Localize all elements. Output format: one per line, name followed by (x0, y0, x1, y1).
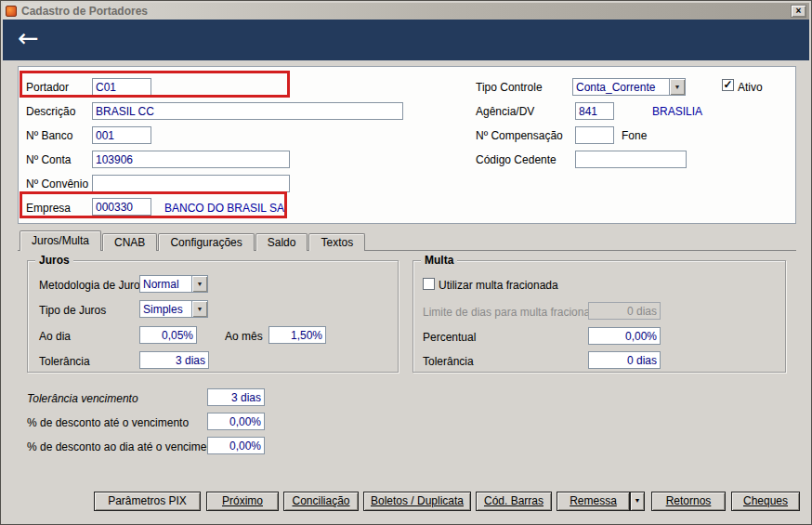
back-button[interactable]: ← (18, 22, 39, 54)
close-button[interactable]: × (791, 5, 806, 18)
ativo-label: Ativo (738, 81, 763, 94)
percentual-label: Percentual (423, 331, 476, 344)
limite-dias-input (588, 302, 661, 320)
app-icon (6, 6, 17, 17)
remessa-button[interactable]: Remessa (557, 492, 630, 511)
retornos-button-label: Retornos (666, 494, 712, 507)
agencia-dv-label: Agência/DV (476, 105, 534, 118)
tolerancia-juros-label: Tolerância (39, 355, 90, 368)
proximo-button-label: Próximo (222, 494, 263, 507)
metodologia-value: Normal (140, 276, 191, 292)
boletos-duplicata-button-label: Boletos / Duplicata (371, 494, 464, 507)
descricao-input[interactable] (92, 102, 403, 120)
tab-label: Configurações (170, 236, 242, 249)
tab-label: Textos (321, 236, 353, 249)
tolerancia-vencimento-label: Tolerância vencimento (27, 392, 138, 405)
portador-input[interactable] (92, 78, 151, 96)
metodologia-label: Metodologia de Juros (39, 279, 146, 292)
boletos-duplicata-button[interactable]: Boletos / Duplicata (363, 492, 471, 511)
tipo-controle-label: Tipo Controle (476, 81, 543, 94)
cheques-button[interactable]: Cheques (731, 492, 800, 511)
cheques-button-label: Cheques (743, 494, 788, 507)
ao-mes-label: Ao mês (225, 330, 263, 343)
n-compensacao-label: Nº Compensação (476, 129, 563, 142)
desconto-ate-vencimento-label: % de desconto até o vencimento (27, 416, 189, 429)
chevron-down-icon[interactable] (191, 276, 207, 292)
retornos-button[interactable]: Retornos (651, 492, 726, 511)
tipo-controle-select[interactable]: Conta_Corrente (572, 78, 686, 96)
tab-cnab[interactable]: CNAB (102, 233, 157, 251)
tab-juros-multa[interactable]: Juros/Multa (20, 230, 101, 251)
n-convenio-label: Nº Convênio (26, 177, 88, 190)
chevron-down-icon[interactable] (191, 301, 207, 317)
tipo-juros-select[interactable]: Simples (139, 300, 208, 318)
header-strip: ← (3, 20, 809, 60)
window-title: Cadastro de Portadores (21, 5, 791, 18)
ao-dia-input[interactable] (139, 326, 197, 344)
tolerancia-multa-input[interactable] (588, 351, 661, 369)
agencia-descricao-text: BRASILIA (652, 105, 702, 118)
ao-dia-label: Ao dia (39, 330, 71, 343)
codigo-cedente-label: Código Cedente (476, 153, 557, 166)
cod-barras-button[interactable]: Cód. Barras (476, 492, 552, 511)
portador-label: Portador (26, 81, 69, 94)
groupbox-juros: Juros Metodologia de Juros Normal Tipo d… (27, 260, 399, 373)
tipo-juros-label: Tipo de Juros (39, 304, 106, 317)
tolerancia-vencimento-input[interactable] (207, 388, 265, 406)
n-banco-label: Nº Banco (26, 129, 72, 142)
cod-barras-button-label: Cód. Barras (484, 494, 544, 507)
groupbox-multa: Multa Utilizar multa fracionada Limite d… (413, 260, 786, 373)
title-bar: Cadastro de Portadores × (3, 3, 809, 20)
tipo-controle-value: Conta_Corrente (573, 79, 669, 95)
agencia-dv-input[interactable] (575, 102, 614, 120)
multa-fracionada-checkbox[interactable] (423, 278, 435, 290)
tab-configuracoes[interactable]: Configurações (158, 233, 254, 251)
tab-label: Saldo (268, 236, 296, 249)
desconto-ao-dia-label: % de desconto ao dia até o vencimento (27, 440, 222, 453)
empresa-descricao-text: BANCO DO BRASIL SA (164, 202, 284, 215)
percentual-input[interactable] (588, 327, 661, 345)
n-conta-input[interactable] (92, 151, 290, 168)
tolerancia-juros-input[interactable] (139, 351, 209, 369)
parametros-pix-button[interactable]: Parâmetros PIX (94, 492, 201, 511)
empresa-input[interactable] (92, 198, 151, 216)
tab-bar: Juros/Multa CNAB Configurações Saldo Tex… (20, 230, 366, 251)
desconto-ao-dia-input[interactable] (207, 437, 265, 454)
remessa-dropdown-button[interactable] (630, 492, 645, 511)
tab-label: Juros/Multa (32, 234, 89, 247)
fone-label: Fone (622, 129, 647, 142)
chevron-down-icon[interactable] (669, 79, 685, 95)
n-conta-label: Nº Conta (26, 153, 71, 166)
ao-mes-input[interactable] (268, 326, 326, 344)
app-window: Cadastro de Portadores × ← Portador Desc… (0, 0, 812, 525)
conciliacao-button-label: Conciliação (292, 494, 349, 507)
n-convenio-input[interactable] (92, 175, 290, 192)
limite-dias-label: Limite de dias para multa fracionada (423, 306, 602, 319)
n-compensacao-input[interactable] (575, 126, 614, 144)
descricao-label: Descrição (26, 105, 75, 118)
tab-saldo[interactable]: Saldo (255, 233, 308, 251)
tipo-juros-value: Simples (140, 301, 191, 317)
parametros-pix-button-label: Parâmetros PIX (108, 494, 187, 507)
remessa-button-label: Remessa (570, 494, 617, 507)
form-panel: Portador Descrição Nº Banco Nº Conta Nº … (18, 66, 796, 224)
tab-textos[interactable]: Textos (308, 233, 365, 251)
ativo-checkbox[interactable] (722, 79, 734, 91)
n-banco-input[interactable] (92, 126, 151, 144)
conciliacao-button[interactable]: Conciliação (283, 492, 359, 511)
tolerancia-multa-label: Tolerância (423, 355, 474, 368)
tab-label: CNAB (114, 236, 145, 249)
multa-fracionada-label: Utilizar multa fracionada (439, 279, 558, 292)
empresa-label: Empresa (26, 202, 71, 215)
proximo-button[interactable]: Próximo (206, 492, 279, 511)
multa-group-title: Multa (421, 254, 457, 267)
juros-group-title: Juros (35, 254, 73, 267)
codigo-cedente-input[interactable] (575, 151, 687, 168)
metodologia-select[interactable]: Normal (139, 275, 208, 293)
desconto-ate-vencimento-input[interactable] (207, 413, 265, 430)
